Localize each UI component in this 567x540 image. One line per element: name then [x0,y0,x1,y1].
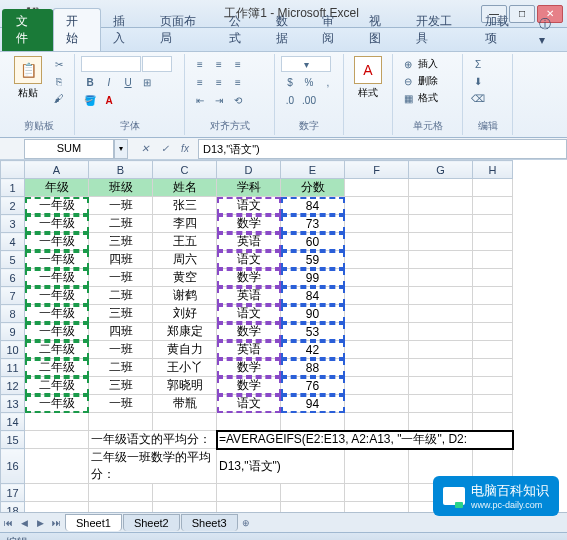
cell[interactable]: 数学 [217,215,281,233]
cell[interactable]: 76 [281,377,345,395]
cell[interactable]: 60 [281,233,345,251]
cell[interactable]: 带瓶 [153,395,217,413]
cell[interactable]: D13,"语文") [217,449,345,484]
comma-icon[interactable]: , [319,74,337,90]
row-header[interactable]: 14 [1,413,25,431]
cell[interactable]: 黄自力 [153,341,217,359]
italic-button[interactable]: I [100,74,118,90]
cell[interactable]: 语文 [217,395,281,413]
active-cell[interactable]: =AVERAGEIFS(E2:E13, A2:A13, "一年级", D2: [217,431,513,449]
tab-data[interactable]: 数据 [264,9,311,51]
name-box-dropdown[interactable]: ▾ [114,139,128,159]
col-header-G[interactable]: G [409,161,473,179]
align-middle-icon[interactable]: ≡ [210,56,228,72]
cell[interactable]: 英语 [217,287,281,305]
delete-label[interactable]: 删除 [418,74,438,88]
cell[interactable]: 二班 [89,287,153,305]
indent-decrease-icon[interactable]: ⇤ [191,92,209,108]
row-header[interactable]: 18 [1,502,25,513]
cell[interactable]: 一年级 [25,233,89,251]
cell[interactable]: 一班 [89,197,153,215]
cell[interactable] [345,395,409,413]
cell[interactable] [217,413,281,431]
cell[interactable] [409,395,473,413]
number-format-select[interactable]: ▾ [281,56,331,72]
paste-button[interactable]: 📋 粘贴 [10,56,46,100]
sheet-tab[interactable]: Sheet3 [181,514,238,531]
cell[interactable] [473,413,513,431]
cell[interactable] [473,197,513,215]
tab-review[interactable]: 审阅 [310,9,357,51]
cell[interactable]: 一年级 [25,215,89,233]
cell[interactable] [153,484,217,502]
cell[interactable] [409,179,473,197]
cell[interactable] [473,287,513,305]
cell[interactable]: 数学 [217,323,281,341]
cell[interactable]: 语文 [217,305,281,323]
cell[interactable] [25,502,89,513]
cell[interactable] [345,179,409,197]
cell[interactable]: 三班 [89,377,153,395]
enter-formula-icon[interactable]: ✓ [156,140,174,158]
name-box[interactable]: SUM [24,139,114,159]
cell[interactable]: 四班 [89,251,153,269]
sheet-nav-first-icon[interactable]: ⏮ [0,515,16,531]
cell[interactable] [409,269,473,287]
cell[interactable] [345,341,409,359]
cell[interactable]: 学科 [217,179,281,197]
row-header[interactable]: 10 [1,341,25,359]
ribbon-help-icon[interactable]: ⓘ ▾ [531,12,567,51]
cell[interactable]: 英语 [217,233,281,251]
cell[interactable] [473,269,513,287]
cell[interactable] [89,484,153,502]
tab-view[interactable]: 视图 [357,9,404,51]
underline-button[interactable]: U [119,74,137,90]
indent-increase-icon[interactable]: ⇥ [210,92,228,108]
row-header[interactable]: 9 [1,323,25,341]
row-header[interactable]: 8 [1,305,25,323]
orientation-icon[interactable]: ⟲ [229,92,247,108]
cell[interactable] [345,269,409,287]
cell[interactable]: 分数 [281,179,345,197]
cell[interactable] [409,413,473,431]
cell[interactable] [345,449,409,484]
format-label[interactable]: 格式 [418,91,438,105]
cell[interactable] [89,502,153,513]
cell[interactable] [409,377,473,395]
row-header[interactable]: 12 [1,377,25,395]
cell[interactable] [345,484,409,502]
cell[interactable]: 姓名 [153,179,217,197]
cell[interactable] [217,484,281,502]
cell[interactable] [153,502,217,513]
row-header[interactable]: 4 [1,233,25,251]
cell[interactable] [409,341,473,359]
cell[interactable]: 一年级 [25,323,89,341]
row-header[interactable]: 7 [1,287,25,305]
cell[interactable] [409,305,473,323]
styles-button[interactable]: A 样式 [350,56,386,100]
row-header[interactable]: 1 [1,179,25,197]
cell[interactable] [473,341,513,359]
cell[interactable] [281,413,345,431]
cell[interactable]: 一年级 [25,305,89,323]
align-bottom-icon[interactable]: ≡ [229,56,247,72]
font-color-button[interactable]: A [100,92,118,108]
sheet-area[interactable]: A B C D E F G H 1 年级 班级 姓名 学科 分数 2一年级一班张… [0,160,567,512]
cell[interactable]: 73 [281,215,345,233]
col-header-D[interactable]: D [217,161,281,179]
cell[interactable] [345,251,409,269]
cell[interactable]: 数学 [217,269,281,287]
cell[interactable] [409,233,473,251]
cell[interactable] [345,287,409,305]
format-icon[interactable]: ▦ [399,90,417,106]
cell[interactable] [345,233,409,251]
cell[interactable]: 90 [281,305,345,323]
insert-icon[interactable]: ⊕ [399,56,417,72]
cell[interactable]: 李四 [153,215,217,233]
cell[interactable]: 99 [281,269,345,287]
cell[interactable] [409,323,473,341]
cell[interactable]: 59 [281,251,345,269]
cell[interactable]: 郑康定 [153,323,217,341]
fill-color-button[interactable]: 🪣 [81,92,99,108]
col-header-E[interactable]: E [281,161,345,179]
